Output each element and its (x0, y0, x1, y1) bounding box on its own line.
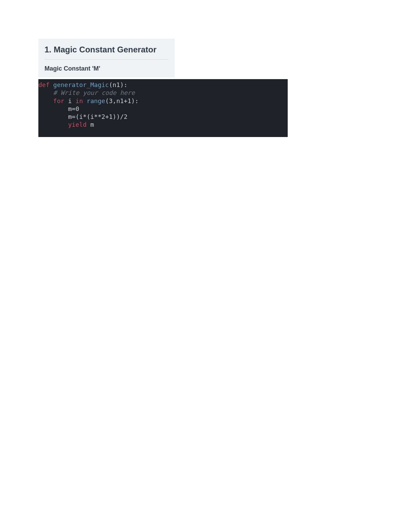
keyword-in: in (75, 97, 83, 104)
parameter-n1: n1 (113, 81, 120, 88)
divider (45, 59, 169, 60)
open-paren: ( (87, 113, 90, 120)
function-name: generator_Magic (53, 81, 109, 88)
operator-equals: = (72, 105, 76, 112)
code-block: def generator_Magic(n1): # Write your co… (38, 79, 288, 137)
close-paren: ) (113, 113, 116, 120)
problem-subtitle: Magic Constant 'M' (45, 65, 169, 72)
indent (38, 113, 68, 120)
close-paren-colon: ): (120, 81, 127, 88)
operator-power: ** (94, 113, 102, 120)
indent (38, 89, 53, 96)
indent (38, 105, 68, 112)
var-n1: n1 (116, 97, 124, 104)
number-1: 1 (109, 113, 113, 120)
open-paren: ( (75, 113, 79, 120)
open-paren: ( (109, 81, 113, 88)
indent (38, 121, 68, 128)
var-i: i (68, 97, 72, 104)
var-m: m (90, 121, 94, 128)
close-paren: ) (116, 113, 120, 120)
var-m: m (68, 113, 72, 120)
comment: # Write your code here (53, 89, 135, 96)
var-i: i (79, 113, 83, 120)
problem-title: 1. Magic Constant Generator (45, 45, 169, 54)
operator-slash: / (120, 113, 124, 120)
close-paren-colon: ): (131, 97, 139, 104)
number-3: 3 (109, 97, 113, 104)
open-paren: ( (105, 97, 109, 104)
number-0: 0 (75, 105, 79, 112)
builtin-range: range (87, 97, 105, 104)
operator-plus: + (105, 113, 109, 120)
operator-plus: + (124, 97, 127, 104)
number-1: 1 (127, 97, 131, 104)
operator-equals: = (72, 113, 76, 120)
number-2: 2 (124, 113, 127, 120)
number-2: 2 (101, 113, 105, 120)
keyword-for: for (53, 97, 64, 104)
operator-star: * (83, 113, 87, 120)
problem-header: 1. Magic Constant Generator Magic Consta… (38, 39, 175, 77)
var-i: i (90, 113, 94, 120)
var-m: m (68, 105, 72, 112)
indent (38, 97, 53, 104)
keyword-def: def (38, 81, 50, 88)
keyword-yield: yield (68, 121, 87, 128)
comma: , (113, 97, 116, 104)
